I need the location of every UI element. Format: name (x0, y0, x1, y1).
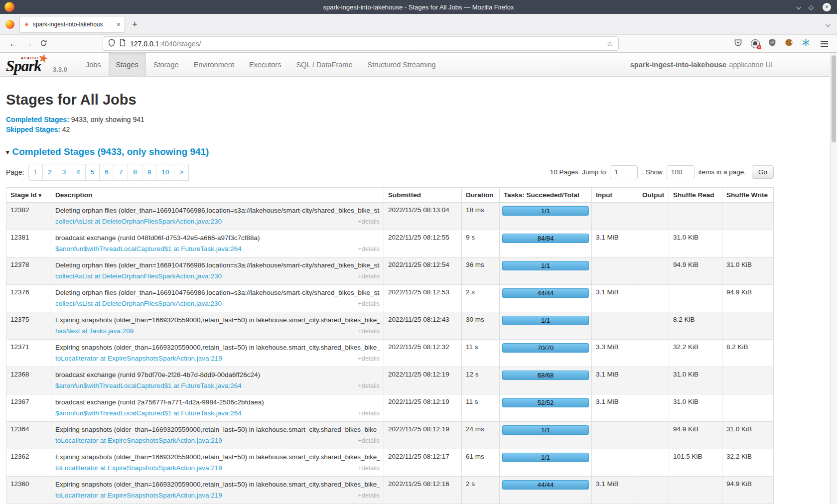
nav-tab[interactable]: Jobs (78, 53, 109, 76)
menu-icon[interactable] (821, 41, 828, 47)
new-tab-button[interactable]: + (132, 19, 138, 29)
navigation-toolbar: ← → 127.0.0.1:4040/stages/ ☆ × uO (0, 35, 837, 53)
application-ui-label: spark-ingest-into-lakehouse application … (630, 53, 774, 76)
details-toggle[interactable]: +details (358, 272, 380, 281)
nav-tab[interactable]: Executors (242, 53, 288, 76)
column-header[interactable]: Duration (462, 187, 500, 202)
stage-detail-link[interactable]: toLocalIterator at ExpireSnapshotsSparkA… (55, 436, 222, 445)
stage-detail-link[interactable]: toLocalIterator at ExpireSnapshotsSparkA… (55, 491, 222, 500)
details-toggle[interactable]: +details (358, 409, 380, 418)
bookmark-star-icon[interactable]: ☆ (607, 39, 613, 48)
description-cell: Deleting orphan files (older_than=166910… (51, 284, 384, 312)
stage-detail-link[interactable]: hasNext at Tasks.java:209 (55, 327, 134, 335)
page-button[interactable]: 10 (156, 164, 174, 181)
back-button[interactable]: ← (6, 39, 21, 48)
window-maximize-button[interactable]: ◇ (809, 4, 814, 10)
stage-detail-link[interactable]: collectAsList at DeleteOrphanFilesSparkA… (55, 217, 222, 226)
stage-detail-link[interactable]: $anonfun$withThreadLocalCaptured$1 at Fu… (55, 409, 242, 417)
skipped-stages-link[interactable]: Skipped Stages: (6, 126, 60, 133)
browser-tab[interactable]: ★ spark-ingest-into-lakehous × (19, 16, 125, 32)
tasks-cell: 1/1 (500, 449, 592, 476)
nav-tab[interactable]: SQL / DataFrame (288, 53, 360, 76)
details-toggle[interactable]: +details (358, 382, 380, 390)
forward-button[interactable]: → (21, 39, 36, 48)
stage-detail-link[interactable]: $anonfun$withThreadLocalCaptured$1 at Fu… (55, 245, 242, 253)
tab-close-icon[interactable]: × (117, 20, 121, 28)
go-button[interactable]: Go (752, 165, 774, 179)
show-items-input[interactable] (667, 165, 695, 179)
tracking-shield-icon[interactable] (108, 39, 115, 49)
url-bar[interactable]: 127.0.0.1:4040/stages/ ☆ (103, 36, 619, 51)
page-button[interactable]: 2 (42, 164, 57, 181)
show-text: . Show (642, 168, 662, 176)
details-toggle[interactable]: +details (358, 245, 380, 253)
window-minimize-button[interactable] (796, 2, 800, 11)
completed-stages-section-header[interactable]: ▾ Completed Stages (9433, only showing 9… (6, 146, 774, 157)
shuffle-write-cell (722, 230, 774, 257)
page-button[interactable]: 5 (85, 164, 100, 181)
stage-id-cell: 12362 (6, 449, 51, 476)
description-cell: broadcast exchange (runId 97bdf70e-2f28-… (51, 367, 384, 394)
nav-tab[interactable]: Environment (186, 53, 242, 76)
details-toggle[interactable]: +details (358, 218, 380, 226)
details-toggle[interactable]: +details (358, 492, 380, 500)
tasks-progress-bar: 52/52 (502, 398, 589, 407)
column-header[interactable]: Output (638, 187, 669, 202)
tab-title: spark-ingest-into-lakehous (33, 21, 114, 28)
page-button[interactable]: 3 (57, 164, 72, 181)
asterisk-extension-icon[interactable] (802, 38, 810, 49)
scrollbar-thumb[interactable] (832, 55, 836, 142)
column-header[interactable]: Stage Id▾ (6, 187, 51, 202)
page-info-icon[interactable] (120, 39, 126, 48)
ublock-origin-icon[interactable]: uO (768, 38, 776, 49)
window-close-button[interactable]: × (823, 3, 831, 11)
details-toggle[interactable]: +details (358, 355, 380, 363)
shuffle-read-cell: 32.2 KiB (669, 339, 722, 367)
page-button[interactable]: 7 (114, 164, 129, 181)
column-header[interactable]: Shuffle Write (722, 187, 774, 202)
column-header[interactable]: Description (51, 187, 384, 202)
stage-detail-link[interactable]: toLocalIterator at ExpireSnapshotsSparkA… (55, 464, 222, 472)
column-header[interactable]: Submitted (384, 187, 462, 202)
tasks-cell: 1/1 (500, 421, 592, 449)
page-button[interactable]: 8 (128, 164, 142, 181)
page-scrollbar[interactable] (830, 53, 837, 504)
reload-button[interactable] (36, 39, 51, 48)
window-title: spark-ingest-into-lakehouse - Stages for… (0, 3, 837, 11)
jump-to-input[interactable] (610, 165, 638, 179)
output-cell (638, 257, 669, 284)
column-header[interactable]: Tasks: Succeeded/Total (500, 187, 592, 202)
details-toggle[interactable]: +details (358, 327, 380, 336)
pocket-icon[interactable] (734, 38, 742, 49)
nav-tab[interactable]: Stages (109, 53, 146, 76)
firefox-view-icon[interactable] (5, 20, 14, 29)
page-button[interactable]: 9 (142, 164, 157, 181)
details-toggle[interactable]: +details (358, 300, 380, 308)
column-header[interactable]: Input (592, 187, 638, 202)
list-tabs-icon[interactable] (826, 20, 829, 29)
cookie-extension-icon[interactable] (785, 38, 793, 49)
stage-detail-link[interactable]: collectAsList at DeleteOrphanFilesSparkA… (55, 272, 222, 280)
page-button[interactable]: 6 (99, 164, 114, 181)
stage-detail-link[interactable]: collectAsList at DeleteOrphanFilesSparkA… (55, 299, 222, 308)
nav-tab[interactable]: Storage (146, 53, 186, 76)
page-button[interactable]: 4 (71, 164, 86, 181)
shuffle-read-cell: 31.0 KiB (669, 230, 722, 257)
stage-detail-link[interactable]: $anonfun$withThreadLocalCaptured$1 at Fu… (55, 381, 242, 390)
completed-stages-link[interactable]: Completed Stages: (6, 116, 69, 124)
column-header[interactable]: Shuffle Read (669, 187, 722, 202)
page-button[interactable]: > (174, 164, 189, 181)
page-button[interactable]: 1 (28, 164, 43, 181)
privacy-extension-icon[interactable]: × (751, 39, 760, 48)
input-cell: 3.1 MiB (592, 230, 638, 257)
details-toggle[interactable]: +details (358, 437, 380, 445)
nav-tab[interactable]: Structured Streaming (360, 53, 443, 76)
stage-detail-link[interactable]: toLocalIterator at ExpireSnapshotsSparkA… (55, 354, 222, 363)
spark-logo[interactable]: APACHE Spark ★ 3.3.0 (6, 53, 67, 76)
spark-favicon-icon: ★ (24, 21, 29, 27)
details-toggle[interactable]: +details (358, 464, 380, 473)
window-titlebar: spark-ingest-into-lakehouse - Stages for… (0, 0, 837, 14)
stage-id-cell: 12376 (6, 284, 51, 312)
tasks-progress-bar: 1/1 (502, 453, 589, 462)
stage-description: broadcast exchange (runId 048fd06f-d753-… (55, 234, 380, 243)
